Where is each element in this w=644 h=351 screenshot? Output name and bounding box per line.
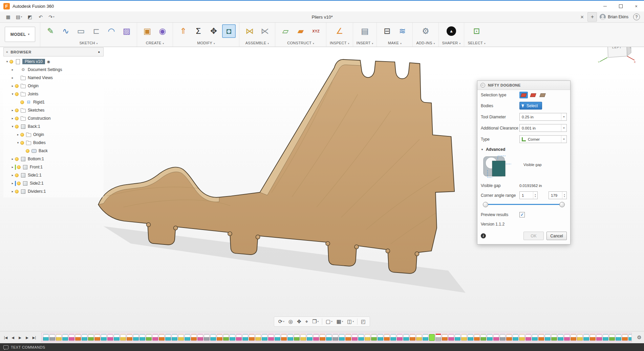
timeline-feature-icon[interactable] (313, 334, 319, 341)
dialog-header[interactable]: NIFTY DOGBONE (477, 81, 570, 90)
ribbon-group-label[interactable]: ADD-INS (416, 41, 435, 45)
shaper-utilities-icon[interactable]: ▲ (445, 24, 458, 38)
visibility-bulb-icon[interactable] (20, 100, 24, 104)
timeline-feature-icon[interactable] (230, 334, 235, 341)
cam-icon[interactable]: ≋ (395, 24, 409, 38)
timeline-feature-icon[interactable] (204, 334, 210, 341)
timeline-feature-icon[interactable] (217, 334, 222, 341)
visibility-bulb-icon[interactable] (15, 84, 19, 88)
tree-item-document-settings[interactable]: ▸⚙Document Settings (3, 66, 104, 74)
timeline-feature-icon[interactable] (82, 334, 87, 341)
collapse-browser-icon[interactable]: « (6, 50, 8, 54)
close-button[interactable]: × (628, 1, 644, 11)
tool-diameter-input[interactable]: 0.25 in (519, 113, 567, 121)
timeline-feature-icon[interactable] (378, 334, 383, 341)
timeline-feature-icon[interactable] (345, 334, 351, 341)
corner-angle-slider[interactable] (483, 202, 565, 208)
undo-icon[interactable]: ↶ (36, 13, 45, 21)
scripts-addins-icon[interactable]: ⚙ (419, 24, 432, 38)
activate-component-radio[interactable]: ◉ (47, 60, 50, 64)
visibility-bulb-icon[interactable] (15, 117, 19, 120)
tree-item-label[interactable]: Dividers:1 (28, 189, 46, 194)
timeline-feature-icon[interactable] (69, 334, 74, 341)
press-pull-icon[interactable]: ⇑ (176, 24, 190, 38)
timeline-feature-icon[interactable] (287, 334, 293, 341)
visibility-bulb-icon[interactable] (26, 149, 29, 153)
timeline-feature-icon[interactable] (423, 334, 428, 341)
tree-item-label[interactable]: Back (39, 148, 48, 153)
timeline-feature-icon[interactable] (480, 334, 486, 341)
timeline-feature-icon[interactable] (519, 334, 525, 341)
help-button[interactable]: ? (633, 14, 640, 20)
preview-results-checkbox[interactable] (519, 212, 525, 217)
timeline-feature-icon[interactable] (172, 334, 177, 341)
timeline-feature-icon[interactable] (56, 334, 62, 341)
look-at-icon[interactable]: ◎ (286, 319, 295, 325)
3d-print-icon[interactable]: ⊟ (380, 24, 394, 38)
tree-expand-arrow-icon[interactable]: ▸ (10, 190, 15, 193)
cancel-button[interactable]: Cancel (546, 232, 567, 240)
timeline-feature-icon[interactable] (339, 334, 345, 341)
ribbon-group-label[interactable]: ASSEMBLE (243, 41, 272, 45)
measure-icon[interactable]: ∠ (333, 24, 346, 38)
tree-item-pliers-v10[interactable]: ▾Pliers v10◉ (3, 57, 104, 66)
info-icon[interactable]: i (481, 233, 486, 238)
timeline-feature-icon[interactable] (596, 334, 602, 341)
timeline-feature-icon[interactable] (210, 334, 216, 341)
tree-item-named-views[interactable]: ▸Named Views (3, 74, 104, 82)
orbit-icon[interactable]: ⟳▾ (276, 319, 286, 325)
pliers-back-body[interactable] (98, 60, 454, 274)
as-built-joint-icon[interactable]: ⋉ (258, 24, 272, 38)
tree-item-label[interactable]: Front:1 (30, 165, 43, 169)
timeline-feature-icon[interactable] (603, 334, 608, 341)
timeline-feature-icon[interactable] (564, 334, 570, 341)
timeline-feature-icon[interactable] (120, 334, 126, 341)
tree-item-side2-1[interactable]: ▸Side2:1 (3, 179, 104, 187)
timeline-feature-icon[interactable] (249, 334, 255, 341)
new-tab-button[interactable]: + (587, 12, 597, 22)
visibility-bulb-icon[interactable] (20, 133, 24, 137)
fit-view-icon[interactable]: ◰ (359, 319, 368, 325)
timeline-feature-icon[interactable] (358, 334, 364, 341)
tree-item-label[interactable]: Origin (33, 132, 44, 137)
step-forward-button[interactable]: ▶ (24, 334, 30, 341)
tree-item-construction[interactable]: ▸Construction (3, 114, 104, 122)
tree-item-label[interactable]: Pliers v10 (22, 59, 45, 64)
zoom-window-icon[interactable]: ❐▾ (310, 319, 321, 325)
timeline-feature-icon[interactable] (461, 334, 467, 341)
timeline-feature-icon[interactable] (275, 334, 280, 341)
timeline-feature-icon[interactable] (590, 334, 596, 341)
visibility-bulb-icon[interactable] (15, 109, 19, 112)
timeline-feature-icon[interactable] (107, 334, 113, 341)
workspace-selector[interactable]: MODEL (5, 27, 35, 42)
ribbon-group-label[interactable]: MODIFY (176, 41, 236, 45)
visibility-bulb-icon[interactable] (17, 165, 21, 169)
additional-clearance-input[interactable]: 0.001 in (519, 124, 567, 132)
timeline-feature-icon[interactable] (397, 334, 403, 341)
corner-angle-min-input[interactable]: 1 (519, 191, 538, 199)
tree-item-label[interactable]: Back:1 (28, 124, 40, 129)
tree-item-label[interactable]: Document Settings (28, 67, 62, 72)
timeline-feature-icon[interactable] (622, 334, 628, 341)
ribbon-group-label[interactable]: MAKE (380, 41, 409, 45)
timeline-feature-icon[interactable] (127, 334, 132, 341)
timeline-feature-icon[interactable] (416, 334, 422, 341)
timeline-feature-icon[interactable] (493, 334, 499, 341)
tree-expand-arrow-icon[interactable]: ▸ (10, 76, 15, 79)
ok-button[interactable]: OK (523, 232, 544, 240)
timeline-feature-icon[interactable] (403, 334, 409, 341)
advanced-expander[interactable]: Advanced (477, 145, 570, 153)
tree-item-rigid1[interactable]: ⊟Rigid1 (3, 98, 104, 106)
slider-handle-max[interactable] (559, 202, 565, 207)
corner-angle-max-spinner[interactable] (562, 192, 566, 199)
browser-display-toggle-icon[interactable]: ● (98, 50, 100, 54)
tree-item-dividers-1[interactable]: ▸Dividers:1 (3, 187, 104, 195)
timeline-feature-icon[interactable] (88, 334, 94, 341)
timeline-feature-icon[interactable] (513, 334, 518, 341)
tree-item-label[interactable]: Side2:1 (30, 181, 44, 186)
create-form-icon[interactable]: ◉ (156, 24, 169, 38)
tree-item-label[interactable]: Side1:1 (28, 173, 42, 178)
timeline-feature-icon[interactable] (410, 334, 415, 341)
tree-item-origin[interactable]: ▸Origin (3, 82, 104, 90)
timeline-feature-icon[interactable] (101, 334, 107, 341)
